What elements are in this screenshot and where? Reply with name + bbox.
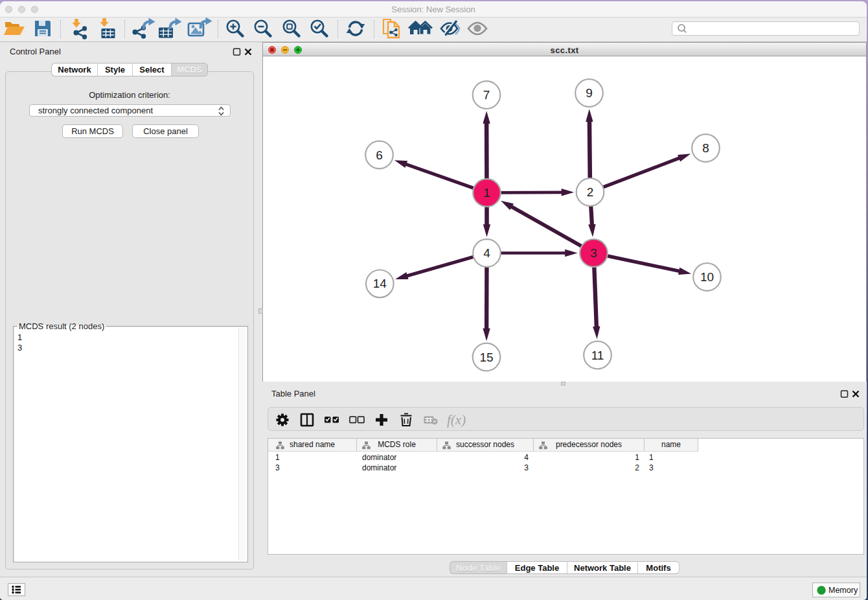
svg-text:2: 2 [587, 185, 594, 199]
svg-text:6: 6 [376, 148, 383, 162]
svg-text:f(x): f(x) [447, 412, 466, 428]
svg-text:7: 7 [483, 88, 490, 102]
svg-text:9: 9 [586, 86, 593, 100]
svg-text:14: 14 [373, 277, 387, 290]
svg-text:11: 11 [591, 349, 604, 362]
svg-text:10: 10 [700, 270, 714, 284]
svg-text:4: 4 [483, 246, 490, 260]
svg-text:8: 8 [702, 141, 709, 155]
svg-text:3: 3 [590, 246, 597, 260]
svg-text:1: 1 [483, 186, 490, 200]
svg-text:15: 15 [479, 351, 493, 364]
